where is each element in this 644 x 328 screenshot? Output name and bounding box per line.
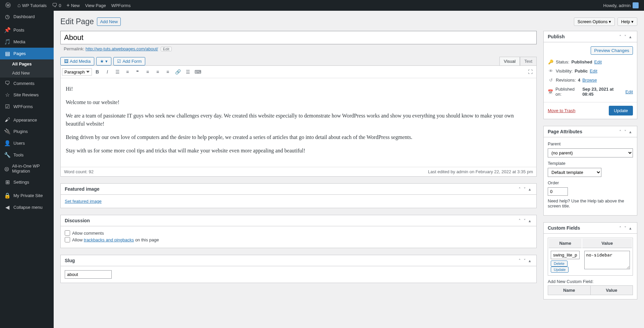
menu-wpforms[interactable]: ☑WPForms: [0, 101, 54, 112]
browse-revisions-link[interactable]: Browse: [582, 78, 597, 83]
permalink-url[interactable]: http://wp-tuts.atwebpages.com/about/: [86, 46, 158, 51]
add-new-button[interactable]: Add New: [97, 17, 121, 26]
template-select[interactable]: Default template: [548, 168, 601, 177]
editor-body[interactable]: Hi! Welcome to our website! We are a tea…: [61, 78, 536, 167]
menu-tools[interactable]: 🔧Tools: [0, 149, 54, 161]
edit-visibility-link[interactable]: Edit: [590, 68, 597, 74]
page-heading: Edit Page: [60, 14, 94, 28]
site-name-link[interactable]: ⌂WP Tutorials: [15, 0, 49, 11]
order-input[interactable]: [548, 187, 568, 196]
cf-value-textarea[interactable]: no-sidebar: [584, 251, 630, 269]
align-right-button[interactable]: ≡: [163, 67, 172, 77]
parent-select[interactable]: (no parent): [548, 148, 633, 157]
star-dropdown-button[interactable]: ★▾: [96, 57, 111, 65]
menu-plugins[interactable]: 🔌Plugins: [0, 126, 54, 137]
submenu-all-pages[interactable]: All Pages: [0, 59, 54, 68]
trackbacks-link[interactable]: trackbacks and pingbacks: [84, 237, 134, 242]
move-to-trash-link[interactable]: Move to Trash: [548, 108, 575, 113]
text-tab[interactable]: Text: [520, 57, 537, 65]
home-icon: ⌂: [17, 2, 21, 8]
panel-toggle-icon[interactable]: ▴: [527, 187, 532, 192]
panel-down-icon[interactable]: ˅: [623, 129, 628, 134]
custom-fields-title: Custom Fields: [548, 225, 618, 231]
help-button[interactable]: Help ▾: [618, 17, 637, 26]
link-button[interactable]: 🔗: [173, 67, 182, 77]
comments-link[interactable]: 🗨0: [49, 0, 64, 11]
screen-options-button[interactable]: Screen Options ▾: [574, 17, 615, 26]
menu-pages[interactable]: ▤Pages: [0, 48, 54, 59]
edit-status-link[interactable]: Edit: [594, 59, 602, 64]
menu-media[interactable]: 🎵Media: [0, 36, 54, 48]
submenu-add-new[interactable]: Add New: [0, 68, 54, 78]
cf-delete-button[interactable]: Delete: [551, 261, 568, 267]
set-featured-image-link[interactable]: Set featured image: [65, 199, 102, 204]
panel-toggle-icon[interactable]: ▴: [628, 34, 633, 39]
panel-down-icon[interactable]: ˅: [623, 226, 628, 231]
wpforms-link[interactable]: WPForms: [109, 0, 133, 11]
panel-toggle-icon[interactable]: ▴: [527, 218, 532, 223]
brush-icon: 🖌: [4, 117, 11, 123]
allow-trackbacks-checkbox[interactable]: [65, 237, 70, 242]
panel-up-icon[interactable]: ˄: [618, 34, 623, 39]
panel-up-icon[interactable]: ˄: [618, 129, 623, 134]
add-form-button[interactable]: ☑Add Form: [113, 57, 145, 65]
slug-input[interactable]: [65, 270, 112, 279]
cf-update-button[interactable]: Update: [551, 267, 569, 273]
menu-comments[interactable]: 🗨Comments: [0, 78, 54, 89]
menu-aio-migration[interactable]: ◎All-in-One WP Migration: [0, 161, 54, 176]
form-icon: ☑: [117, 59, 121, 64]
discussion-title: Discussion: [65, 218, 517, 223]
quote-button[interactable]: ❝: [133, 67, 142, 77]
italic-button[interactable]: I: [103, 67, 112, 77]
menu-users[interactable]: 👤Users: [0, 137, 54, 149]
panel-up-icon[interactable]: ˄: [517, 218, 522, 223]
menu-appearance[interactable]: 🖌Appearance: [0, 114, 54, 126]
more-button[interactable]: ☰: [183, 67, 193, 77]
menu-private-site[interactable]: 🔒My Private Site: [0, 190, 54, 201]
title-input[interactable]: [60, 31, 537, 44]
panel-up-icon[interactable]: ˄: [517, 187, 522, 192]
panel-down-icon[interactable]: ˅: [522, 218, 527, 223]
menu-site-reviews[interactable]: ☆Site Reviews: [0, 89, 54, 101]
visual-tab[interactable]: Visual: [499, 57, 520, 65]
user-account[interactable]: Howdy, admin: [601, 0, 641, 11]
media-icon: 🖼: [64, 59, 68, 64]
lock-icon: 🔒: [4, 192, 11, 199]
wordpress-icon: ⓦ: [5, 2, 11, 9]
edit-slug-button[interactable]: Edit: [161, 47, 172, 51]
cf-name-input[interactable]: [551, 251, 580, 259]
add-media-button[interactable]: 🖼Add Media: [60, 57, 94, 65]
menu-collapse[interactable]: ◀Collapse menu: [0, 201, 54, 213]
panel-toggle-icon[interactable]: ▴: [527, 258, 532, 263]
panel-down-icon[interactable]: ˅: [522, 258, 527, 263]
fullscreen-button[interactable]: ⛶: [526, 67, 535, 77]
ul-button[interactable]: ☰: [113, 67, 122, 77]
panel-up-icon[interactable]: ˄: [517, 258, 522, 263]
menu-posts[interactable]: 📌Posts: [0, 24, 54, 36]
panel-toggle-icon[interactable]: ▴: [628, 129, 633, 134]
ol-button[interactable]: ≡: [123, 67, 132, 77]
align-left-button[interactable]: ≡: [143, 67, 152, 77]
order-label: Order: [548, 180, 633, 185]
menu-settings[interactable]: ⊞Settings: [0, 176, 54, 188]
editor: Paragraph B I ☰ ≡ ❝ ≡ ≡ ≡ 🔗 ☰ ⌨ ⛶: [60, 65, 537, 177]
view-page-link[interactable]: View Page: [83, 0, 109, 11]
new-content-link[interactable]: +New: [64, 0, 82, 11]
panel-down-icon[interactable]: ˅: [623, 34, 628, 39]
edit-date-link[interactable]: Edit: [626, 89, 633, 94]
update-button[interactable]: Update: [609, 106, 633, 115]
menu-dashboard[interactable]: ◷Dashboard: [0, 11, 54, 22]
help-text: Need help? Use the Help tab above the sc…: [548, 196, 633, 211]
bold-button[interactable]: B: [93, 67, 102, 77]
preview-changes-button[interactable]: Preview Changes: [591, 46, 633, 55]
wp-logo[interactable]: ⓦ: [3, 0, 15, 11]
form-icon: ☑: [4, 103, 11, 110]
panel-down-icon[interactable]: ˅: [522, 187, 527, 192]
panel-up-icon[interactable]: ˄: [618, 226, 623, 231]
star-icon: ★: [100, 59, 104, 64]
align-center-button[interactable]: ≡: [153, 67, 162, 77]
panel-toggle-icon[interactable]: ▴: [628, 226, 633, 231]
format-select[interactable]: Paragraph: [62, 68, 92, 76]
toggle-toolbar-button[interactable]: ⌨: [193, 67, 203, 77]
allow-comments-checkbox[interactable]: [65, 230, 70, 236]
